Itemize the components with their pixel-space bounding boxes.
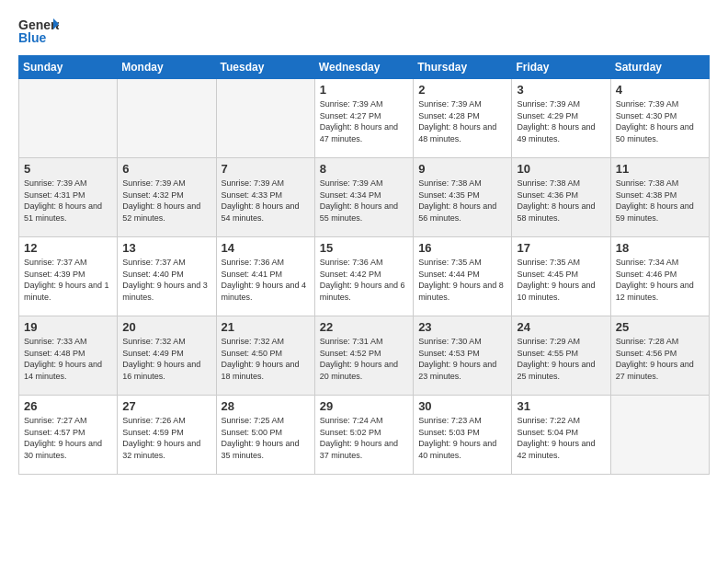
day-number: 10 bbox=[517, 162, 605, 176]
calendar-cell: 6Sunrise: 7:39 AM Sunset: 4:32 PM Daylig… bbox=[118, 158, 216, 237]
calendar-cell: 17Sunrise: 7:35 AM Sunset: 4:45 PM Dayli… bbox=[512, 237, 610, 316]
calendar-cell: 2Sunrise: 7:39 AM Sunset: 4:28 PM Daylig… bbox=[414, 79, 512, 158]
day-info: Sunrise: 7:26 AM Sunset: 4:59 PM Dayligh… bbox=[122, 415, 210, 461]
day-number: 31 bbox=[517, 399, 605, 413]
day-number: 22 bbox=[320, 320, 408, 334]
day-info: Sunrise: 7:36 AM Sunset: 4:42 PM Dayligh… bbox=[320, 257, 408, 303]
day-info: Sunrise: 7:39 AM Sunset: 4:27 PM Dayligh… bbox=[320, 98, 408, 144]
day-info: Sunrise: 7:25 AM Sunset: 5:00 PM Dayligh… bbox=[222, 415, 310, 461]
day-info: Sunrise: 7:38 AM Sunset: 4:35 PM Dayligh… bbox=[418, 178, 506, 224]
day-info: Sunrise: 7:37 AM Sunset: 4:39 PM Dayligh… bbox=[24, 257, 112, 303]
day-info: Sunrise: 7:31 AM Sunset: 4:52 PM Dayligh… bbox=[320, 336, 408, 382]
day-number: 5 bbox=[24, 162, 112, 176]
calendar-cell: 19Sunrise: 7:33 AM Sunset: 4:48 PM Dayli… bbox=[19, 316, 118, 396]
day-info: Sunrise: 7:23 AM Sunset: 5:03 PM Dayligh… bbox=[418, 415, 506, 461]
svg-text:Blue: Blue bbox=[18, 30, 47, 45]
calendar-cell: 27Sunrise: 7:26 AM Sunset: 4:59 PM Dayli… bbox=[118, 396, 216, 475]
week-row-4: 19Sunrise: 7:33 AM Sunset: 4:48 PM Dayli… bbox=[19, 316, 710, 396]
day-number: 13 bbox=[122, 241, 210, 255]
day-number: 15 bbox=[320, 241, 408, 255]
weekday-header-saturday: Saturday bbox=[610, 56, 709, 79]
day-number: 20 bbox=[122, 320, 210, 334]
calendar-cell: 29Sunrise: 7:24 AM Sunset: 5:02 PM Dayli… bbox=[314, 396, 413, 475]
weekday-header-thursday: Thursday bbox=[414, 56, 512, 79]
logo: General Blue bbox=[18, 15, 59, 48]
calendar-cell bbox=[216, 79, 314, 158]
weekday-header-monday: Monday bbox=[118, 56, 216, 79]
day-info: Sunrise: 7:39 AM Sunset: 4:30 PM Dayligh… bbox=[616, 98, 704, 144]
calendar-cell: 16Sunrise: 7:35 AM Sunset: 4:44 PM Dayli… bbox=[414, 237, 512, 316]
weekday-header-sunday: Sunday bbox=[19, 56, 118, 79]
calendar-cell: 21Sunrise: 7:32 AM Sunset: 4:50 PM Dayli… bbox=[216, 316, 314, 396]
day-info: Sunrise: 7:39 AM Sunset: 4:29 PM Dayligh… bbox=[517, 98, 605, 144]
weekday-header-wednesday: Wednesday bbox=[314, 56, 413, 79]
calendar-cell bbox=[19, 79, 118, 158]
day-info: Sunrise: 7:28 AM Sunset: 4:56 PM Dayligh… bbox=[616, 336, 704, 382]
day-info: Sunrise: 7:32 AM Sunset: 4:50 PM Dayligh… bbox=[222, 336, 310, 382]
day-number: 1 bbox=[320, 83, 408, 97]
day-number: 17 bbox=[517, 241, 605, 255]
calendar-cell: 5Sunrise: 7:39 AM Sunset: 4:31 PM Daylig… bbox=[19, 158, 118, 237]
week-row-3: 12Sunrise: 7:37 AM Sunset: 4:39 PM Dayli… bbox=[19, 237, 710, 316]
day-number: 26 bbox=[24, 399, 112, 413]
day-info: Sunrise: 7:38 AM Sunset: 4:38 PM Dayligh… bbox=[616, 178, 704, 224]
day-number: 24 bbox=[517, 320, 605, 334]
day-info: Sunrise: 7:39 AM Sunset: 4:28 PM Dayligh… bbox=[418, 98, 506, 144]
day-number: 16 bbox=[418, 241, 506, 255]
day-number: 11 bbox=[616, 162, 704, 176]
day-number: 19 bbox=[24, 320, 112, 334]
day-info: Sunrise: 7:27 AM Sunset: 4:57 PM Dayligh… bbox=[24, 415, 112, 461]
day-number: 7 bbox=[222, 162, 310, 176]
day-number: 6 bbox=[122, 162, 210, 176]
calendar-cell: 8Sunrise: 7:39 AM Sunset: 4:34 PM Daylig… bbox=[314, 158, 413, 237]
day-info: Sunrise: 7:29 AM Sunset: 4:55 PM Dayligh… bbox=[517, 336, 605, 382]
calendar-cell: 28Sunrise: 7:25 AM Sunset: 5:00 PM Dayli… bbox=[216, 396, 314, 475]
day-info: Sunrise: 7:39 AM Sunset: 4:31 PM Dayligh… bbox=[24, 178, 112, 224]
weekday-header-friday: Friday bbox=[512, 56, 610, 79]
calendar-cell: 20Sunrise: 7:32 AM Sunset: 4:49 PM Dayli… bbox=[118, 316, 216, 396]
day-info: Sunrise: 7:38 AM Sunset: 4:36 PM Dayligh… bbox=[517, 178, 605, 224]
header: General Blue bbox=[18, 15, 710, 48]
calendar-cell: 26Sunrise: 7:27 AM Sunset: 4:57 PM Dayli… bbox=[19, 396, 118, 475]
day-number: 2 bbox=[418, 83, 506, 97]
calendar-cell bbox=[118, 79, 216, 158]
calendar-cell: 4Sunrise: 7:39 AM Sunset: 4:30 PM Daylig… bbox=[610, 79, 709, 158]
calendar-cell: 23Sunrise: 7:30 AM Sunset: 4:53 PM Dayli… bbox=[414, 316, 512, 396]
day-info: Sunrise: 7:34 AM Sunset: 4:46 PM Dayligh… bbox=[616, 257, 704, 303]
calendar-cell: 25Sunrise: 7:28 AM Sunset: 4:56 PM Dayli… bbox=[610, 316, 709, 396]
day-info: Sunrise: 7:32 AM Sunset: 4:49 PM Dayligh… bbox=[122, 336, 210, 382]
day-number: 4 bbox=[616, 83, 704, 97]
day-info: Sunrise: 7:35 AM Sunset: 4:44 PM Dayligh… bbox=[418, 257, 506, 303]
weekday-header-tuesday: Tuesday bbox=[216, 56, 314, 79]
day-info: Sunrise: 7:36 AM Sunset: 4:41 PM Dayligh… bbox=[222, 257, 310, 303]
calendar-cell: 7Sunrise: 7:39 AM Sunset: 4:33 PM Daylig… bbox=[216, 158, 314, 237]
day-number: 12 bbox=[24, 241, 112, 255]
day-info: Sunrise: 7:30 AM Sunset: 4:53 PM Dayligh… bbox=[418, 336, 506, 382]
calendar-cell: 14Sunrise: 7:36 AM Sunset: 4:41 PM Dayli… bbox=[216, 237, 314, 316]
week-row-1: 1Sunrise: 7:39 AM Sunset: 4:27 PM Daylig… bbox=[19, 79, 710, 158]
calendar-cell: 22Sunrise: 7:31 AM Sunset: 4:52 PM Dayli… bbox=[314, 316, 413, 396]
calendar-cell: 31Sunrise: 7:22 AM Sunset: 5:04 PM Dayli… bbox=[512, 396, 610, 475]
calendar-cell: 9Sunrise: 7:38 AM Sunset: 4:35 PM Daylig… bbox=[414, 158, 512, 237]
week-row-2: 5Sunrise: 7:39 AM Sunset: 4:31 PM Daylig… bbox=[19, 158, 710, 237]
day-number: 29 bbox=[320, 399, 408, 413]
calendar-cell: 15Sunrise: 7:36 AM Sunset: 4:42 PM Dayli… bbox=[314, 237, 413, 316]
generalblue-logo-icon: General Blue bbox=[18, 15, 59, 48]
calendar-cell: 24Sunrise: 7:29 AM Sunset: 4:55 PM Dayli… bbox=[512, 316, 610, 396]
day-number: 21 bbox=[222, 320, 310, 334]
day-number: 27 bbox=[122, 399, 210, 413]
day-info: Sunrise: 7:35 AM Sunset: 4:45 PM Dayligh… bbox=[517, 257, 605, 303]
day-number: 28 bbox=[222, 399, 310, 413]
day-info: Sunrise: 7:39 AM Sunset: 4:32 PM Dayligh… bbox=[122, 178, 210, 224]
page: General Blue SundayMondayTuesdayWednesda… bbox=[0, 0, 728, 489]
day-info: Sunrise: 7:33 AM Sunset: 4:48 PM Dayligh… bbox=[24, 336, 112, 382]
day-number: 14 bbox=[222, 241, 310, 255]
calendar-cell: 10Sunrise: 7:38 AM Sunset: 4:36 PM Dayli… bbox=[512, 158, 610, 237]
day-number: 23 bbox=[418, 320, 506, 334]
calendar-cell: 30Sunrise: 7:23 AM Sunset: 5:03 PM Dayli… bbox=[414, 396, 512, 475]
calendar: SundayMondayTuesdayWednesdayThursdayFrid… bbox=[18, 55, 710, 475]
calendar-cell: 11Sunrise: 7:38 AM Sunset: 4:38 PM Dayli… bbox=[610, 158, 709, 237]
day-number: 18 bbox=[616, 241, 704, 255]
day-number: 25 bbox=[616, 320, 704, 334]
calendar-cell: 12Sunrise: 7:37 AM Sunset: 4:39 PM Dayli… bbox=[19, 237, 118, 316]
